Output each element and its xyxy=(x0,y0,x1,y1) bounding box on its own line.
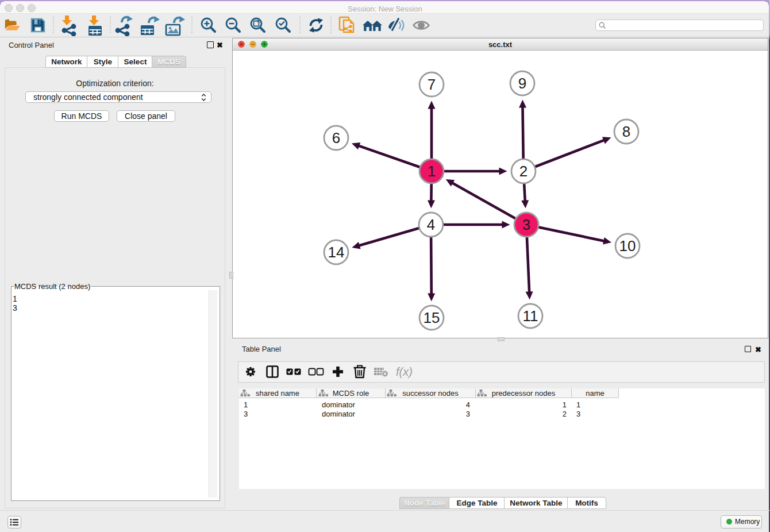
svg-text:4: 4 xyxy=(427,216,435,233)
svg-text:8: 8 xyxy=(622,123,630,140)
svg-text:11: 11 xyxy=(523,307,538,325)
svg-text:2: 2 xyxy=(519,163,528,180)
svg-text:10: 10 xyxy=(619,237,636,255)
svg-text:9: 9 xyxy=(518,75,526,92)
svg-text:14: 14 xyxy=(328,244,345,261)
svg-text:3: 3 xyxy=(522,216,530,233)
svg-text:6: 6 xyxy=(332,129,340,147)
svg-text:1: 1 xyxy=(428,163,436,180)
svg-text:7: 7 xyxy=(428,76,436,93)
svg-text:15: 15 xyxy=(424,309,440,326)
svg-text:f(x): f(x) xyxy=(396,365,413,378)
